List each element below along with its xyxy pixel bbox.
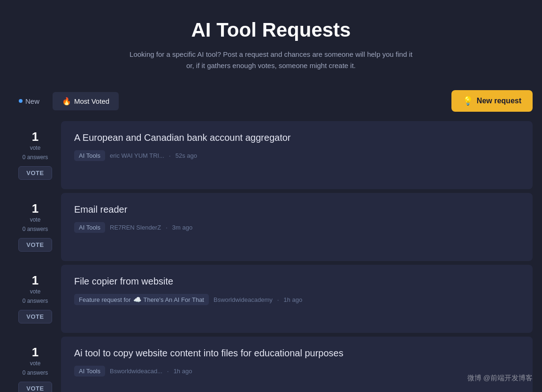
answers-label: 0 answers (23, 226, 48, 232)
post-time: 3m ago (172, 224, 192, 231)
post-author: eric WAI YUM TRI... (110, 152, 164, 159)
post-row: 1 vote 0 answers VOTE Email reader AI To… (9, 193, 533, 261)
answers-label: 0 answers (23, 154, 48, 161)
post-row: 1 vote 0 answers VOTE Ai tool to copy we… (9, 337, 533, 392)
tab-most-voted[interactable]: 🔥 Most Voted (53, 92, 119, 110)
post-title[interactable]: File copier from website (74, 275, 519, 287)
new-request-label: New request (477, 97, 521, 105)
post-author: Bsworldwideacad... (110, 368, 162, 375)
feature-tag-label: Feature request for (79, 296, 131, 303)
vote-label: vote (30, 216, 41, 223)
post-meta: AI Tools Bsworldwideacad... · 1h ago (74, 366, 519, 377)
vote-label: vote (30, 288, 41, 295)
tabs-left: New 🔥 Most Voted (9, 92, 119, 110)
vote-button[interactable]: VOTE (18, 310, 52, 323)
post-title[interactable]: Email reader (74, 203, 519, 215)
vote-count: 1 (32, 202, 38, 215)
post-card: Ai tool to copy website content into fil… (61, 337, 533, 392)
separator: · (169, 152, 171, 159)
feature-name: There's An AI For That (144, 296, 204, 303)
dot-icon (19, 99, 23, 103)
watermark: 微博 @前端开发博客 (467, 374, 533, 383)
post-tag[interactable]: AI Tools (74, 150, 105, 161)
vote-box: 1 vote 0 answers VOTE (9, 193, 61, 261)
post-card: Email reader AI Tools RE7REN SlenderZ · … (61, 193, 533, 261)
post-time: 52s ago (176, 152, 197, 159)
feature-tag[interactable]: Feature request for ☁️ There's An AI For… (74, 294, 209, 305)
tab-most-voted-label: Most Voted (74, 97, 109, 105)
vote-box: 1 vote 0 answers VOTE (9, 121, 61, 189)
vote-button[interactable]: VOTE (18, 382, 52, 392)
post-author: Bsworldwideacademy (214, 296, 273, 303)
post-card: File copier from website Feature request… (61, 265, 533, 333)
page-header: AI Tool Requests Looking for a specific … (9, 19, 533, 71)
separator: · (166, 224, 168, 231)
vote-count: 1 (32, 274, 38, 286)
post-tag[interactable]: AI Tools (74, 366, 105, 377)
separator: · (277, 296, 279, 303)
post-tag[interactable]: AI Tools (74, 222, 105, 233)
post-row: 1 vote 0 answers VOTE A European and Can… (9, 121, 533, 189)
tab-new[interactable]: New (9, 92, 49, 110)
vote-box: 1 vote 0 answers VOTE (9, 337, 61, 392)
page-title: AI Tool Requests (9, 19, 533, 41)
vote-label: vote (30, 145, 41, 151)
fire-icon: 🔥 (62, 97, 71, 106)
posts-list: 1 vote 0 answers VOTE A European and Can… (9, 121, 533, 392)
vote-count: 1 (32, 346, 38, 358)
vote-box: 1 vote 0 answers VOTE (9, 265, 61, 333)
page-description: Looking for a specific AI tool? Post a r… (126, 49, 417, 71)
vote-button[interactable]: VOTE (18, 166, 52, 180)
post-time: 1h ago (283, 296, 302, 303)
post-row: 1 vote 0 answers VOTE File copier from w… (9, 265, 533, 333)
post-author: RE7REN SlenderZ (110, 224, 161, 231)
vote-label: vote (30, 360, 41, 367)
tabs-bar: New 🔥 Most Voted 💡 New request (9, 90, 533, 112)
answers-label: 0 answers (23, 298, 48, 304)
cloud-icon: ☁️ (133, 296, 141, 303)
answers-label: 0 answers (23, 369, 48, 376)
post-time: 1h ago (174, 368, 192, 375)
new-request-button[interactable]: 💡 New request (451, 90, 533, 112)
vote-button[interactable]: VOTE (18, 238, 52, 252)
tab-new-label: New (25, 97, 39, 105)
post-meta: AI Tools RE7REN SlenderZ · 3m ago (74, 222, 519, 233)
post-title[interactable]: A European and Canadian bank account agg… (74, 131, 519, 144)
post-meta: Feature request for ☁️ There's An AI For… (74, 294, 519, 305)
post-card: A European and Canadian bank account agg… (61, 121, 533, 189)
separator: · (167, 368, 169, 375)
post-title[interactable]: Ai tool to copy website content into fil… (74, 347, 519, 359)
post-meta: AI Tools eric WAI YUM TRI... · 52s ago (74, 150, 519, 161)
vote-count: 1 (32, 131, 38, 143)
lightbulb-icon: 💡 (463, 96, 473, 106)
